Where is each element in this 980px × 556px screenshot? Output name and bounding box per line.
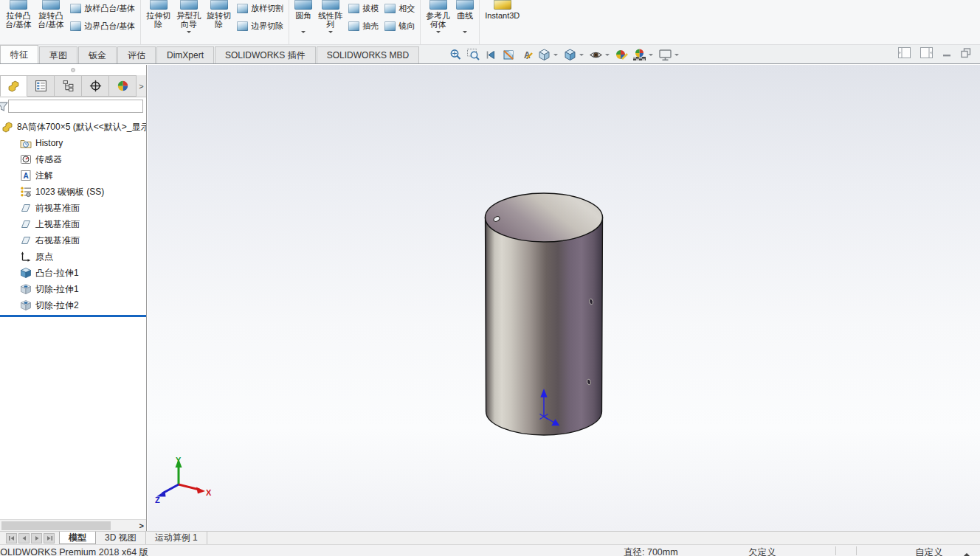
previous-tab-button[interactable] xyxy=(18,533,30,543)
boundary-cut-button[interactable]: 边界切除 xyxy=(237,19,283,32)
section-view-button[interactable] xyxy=(500,46,517,63)
tree-item-material[interactable]: 1023 碳钢板 (SS) xyxy=(0,184,146,200)
revolved-boss-icon xyxy=(42,0,60,10)
tree-item-cut-extrude1[interactable]: 切除-拉伸1 xyxy=(0,281,146,297)
view-orientation-button[interactable] xyxy=(536,46,552,63)
view-settings-button[interactable] xyxy=(657,46,673,63)
status-custom-button[interactable]: 自定义 xyxy=(915,546,943,556)
dropdown-caret-icon[interactable] xyxy=(328,31,333,35)
dropdown-caret-icon[interactable] xyxy=(605,54,610,58)
document-window-controls xyxy=(898,47,971,58)
tab-dimxpert[interactable]: DimXpert xyxy=(156,46,214,63)
dropdown-caret-icon[interactable] xyxy=(674,54,679,58)
display-style-button[interactable] xyxy=(562,46,578,63)
collapse-pane-left-button[interactable] xyxy=(898,47,911,58)
last-tab-button[interactable] xyxy=(44,533,55,543)
collapse-pane-right-button[interactable] xyxy=(920,47,933,58)
tab-propertymanager[interactable] xyxy=(27,75,55,97)
tab-features[interactable]: 特征 xyxy=(0,45,38,63)
minimize-window-button[interactable] xyxy=(942,49,951,58)
tab-model[interactable]: 模型 xyxy=(59,532,96,544)
revolved-boss-button[interactable]: 旋转凸 台/基体 xyxy=(35,0,67,44)
tree-item-cut-extrude2[interactable]: 切除-拉伸2 xyxy=(0,297,146,313)
edit-appearance-button[interactable] xyxy=(613,46,629,63)
tree-item-top-plane[interactable]: 上视基准面 xyxy=(0,216,146,232)
tab-configurationmanager[interactable] xyxy=(55,75,82,97)
tab-displaymanager[interactable] xyxy=(109,75,137,97)
shell-button[interactable]: 抽壳 xyxy=(348,19,379,32)
hide-show-items-button[interactable] xyxy=(587,46,604,63)
mirror-icon xyxy=(384,21,396,31)
hole-wizard-button[interactable]: 异型孔 向导 xyxy=(173,0,204,44)
curves-button[interactable]: 曲线 xyxy=(453,0,477,44)
tree-item-boss-extrude1[interactable]: 凸台-拉伸1 xyxy=(0,265,146,281)
draft-button[interactable]: 拔模 xyxy=(348,1,379,15)
panel-tabs-overflow-button[interactable]: > xyxy=(137,75,146,97)
plane-icon xyxy=(20,218,32,230)
tab-sheet-metal[interactable]: 钣金 xyxy=(78,46,117,63)
tab-solidworks-mbd[interactable]: SOLIDWORKS MBD xyxy=(317,46,419,63)
zoom-to-area-button[interactable] xyxy=(465,46,481,63)
tree-filter-input[interactable] xyxy=(8,100,143,113)
tab-evaluate[interactable]: 评估 xyxy=(117,46,156,63)
tab-motion-study1[interactable]: 运动算例 1 xyxy=(146,532,207,544)
dropdown-caret-icon[interactable] xyxy=(579,54,584,58)
scroll-right-arrow[interactable]: > xyxy=(139,521,144,530)
scrollbar-thumb[interactable] xyxy=(1,521,111,530)
plane-icon xyxy=(20,202,32,214)
tree-item-annotations[interactable]: A 注解 xyxy=(0,167,146,184)
extruded-boss-button[interactable]: 拉伸凸 台/基体 xyxy=(2,0,35,44)
apply-scene-button[interactable] xyxy=(631,46,647,63)
tree-root-part[interactable]: 8A筒体700×5 (默认<<默认>_显示 xyxy=(0,119,146,135)
cylinder-top-opening[interactable] xyxy=(486,193,603,242)
panel-splitter-grip[interactable] xyxy=(0,65,146,75)
tab-featuremanager-design-tree[interactable] xyxy=(0,75,27,97)
zoom-to-fit-button[interactable] xyxy=(447,46,463,63)
tree-item-history[interactable]: History xyxy=(0,135,146,151)
previous-view-button[interactable] xyxy=(483,46,499,63)
tree-item-front-plane[interactable]: 前视基准面 xyxy=(0,200,146,216)
tree-horizontal-scrollbar[interactable]: > xyxy=(0,519,146,531)
extruded-cut-icon xyxy=(150,0,168,10)
dropdown-caret-icon[interactable] xyxy=(436,31,441,35)
tab-solidworks-addins[interactable]: SOLIDWORKS 插件 xyxy=(215,46,316,63)
annotation-visibility-button[interactable]: A xyxy=(518,46,534,63)
next-tab-button[interactable] xyxy=(31,533,42,543)
dropdown-caret-icon[interactable] xyxy=(553,54,558,58)
restore-window-button[interactable] xyxy=(961,48,971,58)
rollback-bar[interactable] xyxy=(0,315,146,317)
lofted-cut-button[interactable]: 放样切割 xyxy=(237,1,283,15)
configurationmanager-icon xyxy=(62,80,75,92)
draft-icon xyxy=(348,4,359,13)
dropdown-caret-icon[interactable] xyxy=(649,54,653,58)
tree-item-origin[interactable]: 原点 xyxy=(0,249,146,265)
linear-pattern-button[interactable]: 线性阵 列 xyxy=(315,0,345,44)
revolved-cut-button[interactable]: 旋转切 除 xyxy=(204,0,234,44)
boundary-boss-button[interactable]: 边界凸台/基体 xyxy=(70,19,135,32)
mirror-button[interactable]: 镜向 xyxy=(384,19,415,32)
annotations-icon: A xyxy=(20,170,32,181)
dropdown-caret-icon[interactable] xyxy=(301,31,306,35)
graphics-viewport[interactable]: Y X Z xyxy=(148,65,980,531)
status-expand-icon[interactable] xyxy=(964,550,970,556)
cylinder-part[interactable] xyxy=(148,65,980,531)
status-bar: SOLIDWORKS Premium 2018 x64 版 直径: 700mm … xyxy=(0,544,980,556)
filter-funnel-icon xyxy=(0,101,8,112)
extruded-cut-button[interactable]: 拉伸切 除 xyxy=(143,0,173,44)
fillet-button[interactable]: 圆角 xyxy=(291,0,315,44)
lofted-boss-button[interactable]: 放样凸台/基体 xyxy=(70,1,135,15)
first-tab-button[interactable] xyxy=(6,533,17,543)
dropdown-caret-icon[interactable] xyxy=(187,31,191,35)
intersect-button[interactable]: 相交 xyxy=(384,1,415,15)
material-icon xyxy=(20,186,32,198)
tree-item-right-plane[interactable]: 右视基准面 xyxy=(0,232,146,249)
tab-dimxpertmanager[interactable] xyxy=(82,75,109,97)
tab-3d-views[interactable]: 3D 视图 xyxy=(96,532,146,544)
statusbar-separator xyxy=(856,546,857,555)
tab-sketch[interactable]: 草图 xyxy=(39,46,77,63)
shell-icon xyxy=(348,21,359,31)
reference-geometry-button[interactable]: 参考几 何体 xyxy=(423,0,453,44)
tree-item-sensors[interactable]: 传感器 xyxy=(0,151,146,167)
dropdown-caret-icon[interactable] xyxy=(463,31,467,35)
instant3d-button[interactable]: Instant3D xyxy=(482,0,522,44)
